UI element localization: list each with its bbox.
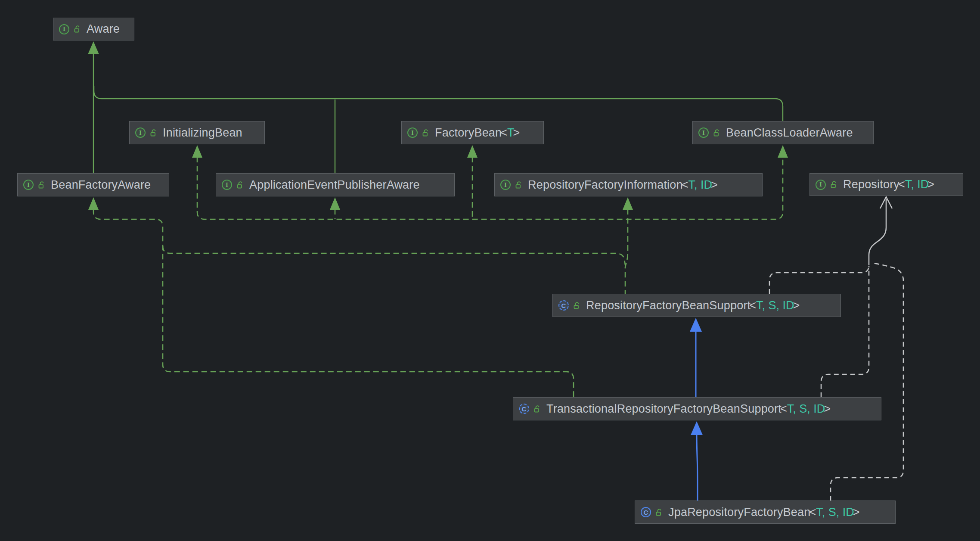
generic-params: T, S, ID — [816, 506, 854, 519]
node-transactionalrepositoryfactorybeansupport[interactable]: C TransactionalRepositoryFactoryBeanSupp… — [513, 397, 881, 420]
edge-jparepositoryfactorybean-extends-trfbs[interactable] — [691, 421, 703, 501]
node-initializingbean[interactable]: I InitializingBean — [129, 121, 265, 144]
node-aware[interactable]: I Aware — [53, 18, 134, 40]
edge-dependency-arrow-into-repository[interactable] — [869, 197, 892, 265]
edge-beanfactoryaware-extends-aware[interactable] — [88, 41, 99, 173]
edge-beanclassloaderaware-extends-aware[interactable] — [94, 86, 783, 121]
open-lock-icon — [150, 129, 157, 137]
node-label: ApplicationEventPublisherAware — [249, 178, 420, 192]
open-lock-icon — [830, 180, 837, 189]
interface-icon: I — [407, 127, 418, 138]
interface-icon: I — [59, 24, 69, 34]
interface-icon: I — [816, 180, 826, 190]
generic-open-bracket: < — [749, 299, 756, 312]
node-repositoryfactorybeansupport[interactable]: C RepositoryFactoryBeanSupport < T, S, I… — [552, 294, 841, 317]
node-label: RepositoryFactoryBeanSupport — [586, 299, 751, 312]
node-label: InitializingBean — [163, 126, 242, 140]
generic-params: T, S, ID — [787, 402, 825, 416]
node-jparepositoryfactorybean[interactable]: C JpaRepositoryFactoryBean < T, S, ID > — [635, 501, 896, 524]
open-lock-icon — [655, 508, 663, 516]
open-lock-icon — [422, 129, 429, 137]
interface-icon: I — [23, 180, 34, 190]
node-beanfactoryaware[interactable]: I BeanFactoryAware — [17, 173, 169, 196]
abstract-class-icon: C — [519, 404, 529, 414]
node-repository[interactable]: I Repository < T, ID > — [809, 173, 963, 196]
edges-layer — [0, 0, 980, 541]
interface-icon: I — [135, 127, 146, 138]
open-lock-icon — [713, 129, 720, 137]
node-label: TransactionalRepositoryFactoryBeanSuppor… — [546, 402, 782, 416]
open-lock-icon — [236, 181, 244, 189]
generic-params: T, S, ID — [756, 299, 794, 312]
node-label: BeanFactoryAware — [51, 178, 151, 192]
edge-rfbs-trfbs-implements-beanfactoryaware[interactable] — [88, 197, 625, 397]
open-lock-icon — [74, 25, 81, 33]
node-factorybean[interactable]: I FactoryBean < T > — [401, 121, 544, 144]
interface-icon: I — [698, 127, 709, 138]
node-label: FactoryBean — [435, 126, 502, 140]
open-lock-icon — [515, 181, 522, 189]
node-label: Aware — [87, 22, 120, 36]
generic-close-bracket: > — [711, 178, 718, 192]
generic-open-bracket: < — [500, 126, 507, 140]
node-label: Repository — [843, 178, 899, 191]
edge-jparepositoryfactorybean-dependency-repository[interactable] — [831, 263, 903, 501]
edge-rfbs-implements-interfaces-trunk[interactable] — [192, 145, 788, 294]
open-lock-icon — [38, 181, 45, 189]
node-applicationeventpublisheraware[interactable]: I ApplicationEventPublisherAware — [216, 173, 455, 196]
generic-params: T, ID — [688, 178, 713, 192]
generic-close-bracket: > — [513, 126, 520, 140]
generic-close-bracket: > — [793, 299, 800, 312]
class-icon: C — [641, 507, 651, 517]
generic-close-bracket: > — [853, 506, 860, 519]
generic-open-bracket: < — [682, 178, 688, 192]
generic-open-bracket: < — [809, 506, 816, 519]
generic-close-bracket: > — [824, 402, 831, 416]
edge-trfbs-extends-rfbs[interactable] — [690, 318, 702, 397]
edge-trfbs-dependency-repository[interactable] — [821, 266, 869, 397]
generic-params: T, ID — [905, 178, 929, 191]
open-lock-icon — [533, 405, 541, 413]
node-repositoryfactoryinformation[interactable]: I RepositoryFactoryInformation < T, ID > — [494, 173, 763, 196]
open-lock-icon — [573, 302, 580, 310]
interface-icon: I — [222, 180, 232, 190]
node-label: JpaRepositoryFactoryBean — [668, 506, 810, 519]
generic-close-bracket: > — [927, 178, 934, 191]
generic-open-bracket: < — [780, 402, 787, 416]
generic-open-bracket: < — [898, 178, 905, 191]
node-beanclassloaderaware[interactable]: I BeanClassLoaderAware — [692, 121, 874, 144]
interface-icon: I — [500, 180, 511, 190]
node-label: BeanClassLoaderAware — [726, 126, 853, 140]
uml-diagram-canvas: I Aware I InitializingBean I FactoryBean… — [0, 0, 980, 541]
abstract-class-icon: C — [558, 300, 569, 311]
node-label: RepositoryFactoryInformation — [528, 178, 683, 192]
edge-rfbs-dependency-repository[interactable] — [769, 265, 869, 294]
